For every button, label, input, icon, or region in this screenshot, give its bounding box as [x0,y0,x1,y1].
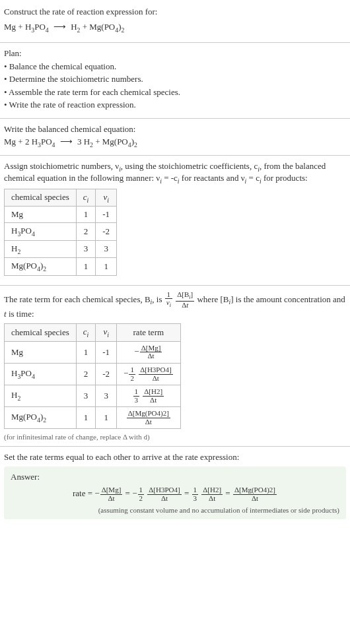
txt: 3 H [77,137,90,146]
stoich-section: Assign stoichiometric numbers, νi, using… [0,156,350,286]
cell: −12 Δ[H3PO4]Δt [117,363,181,385]
cell: -2 [96,223,117,241]
cell: Mg(PO4)2 [5,258,77,276]
plan-title: Plan: [4,48,346,59]
den: Δt [100,495,123,503]
rateterms-table: chemical species ci νi rate term Mg 1 -1… [4,323,181,429]
table-row: Mg(PO4)2 1 1 [5,258,117,276]
txt: Mg + 2 H [4,137,38,146]
cell: 3 [96,240,117,258]
table-row: H2 3 3 13 Δ[H2]Δt [5,385,181,407]
num: Δ[Mg] [100,486,123,495]
num: 1 [138,486,145,495]
col-rate: rate term [117,324,181,342]
sub: 2 [121,26,124,33]
col-ci: ci [76,189,96,207]
txt: PO [41,137,52,146]
sub: 2 [134,141,137,148]
cell: 1 [76,258,96,276]
cell: 1 [76,341,96,363]
num: Δ[H3PO4] [147,486,181,495]
cell: 1 [96,407,117,429]
cell: 2 [76,363,96,385]
cell: H3PO4 [5,223,77,241]
prompt-section: Construct the rate of reaction expressio… [0,0,350,43]
txt: for products: [262,173,308,183]
table-row: H3PO4 2 -2 [5,223,117,241]
cell: H2 [5,385,77,407]
txt: rate = [73,488,94,498]
sub: 4 [52,141,55,148]
arrow-icon: ⟶ [60,137,73,147]
fraction: Δ[H2]Δt [201,486,223,502]
den: 2 [138,495,145,503]
arrow-icon: ⟶ [53,20,66,34]
answer-box: Answer: rate = −Δ[Mg]Δt = −12 Δ[H3PO4]Δt… [4,467,346,519]
col-vi: νi [96,189,117,207]
num: 1 [192,486,199,495]
balanced-section: Write the balanced chemical equation: Mg… [0,119,350,156]
equals: = [225,488,232,498]
cell: 2 [76,223,96,241]
plan-item: Balance the chemical equation. [4,60,346,73]
balanced-title: Write the balanced chemical equation: [4,124,346,135]
txt: , using the stoichiometric coefficients,… [121,161,258,171]
cell: Mg(PO4)2 [5,407,77,429]
txt: where [B [197,294,228,304]
col-species: chemical species [5,324,77,342]
txt: , is [152,294,164,304]
cell: H3PO4 [5,363,77,385]
txt: H [71,22,77,32]
col-species: chemical species [5,189,77,207]
fraction: 12 [138,486,145,502]
cell: 3 [76,385,96,407]
txt: ] is the amount concentration and [230,294,345,304]
txt: PO [34,22,46,32]
equals: = [184,488,192,498]
txt: for reactants and ν [180,173,245,183]
den: Δt [233,495,277,503]
den: Δt [176,302,194,309]
fraction: Δ[H3PO4]Δt [147,486,181,502]
plan-item: Determine the stoichiometric numbers. [4,73,346,86]
num: Δ[H2] [201,486,223,495]
fraction: Δ[Bi]Δt [176,291,194,309]
balanced-equation: Mg + 2 H3PO4 ⟶ 3 H2 + Mg(PO4)2 [4,137,346,148]
cell: 13 Δ[H2]Δt [117,385,181,407]
plan-section: Plan: Balance the chemical equation. Det… [0,43,350,119]
fraction: 1νi [165,291,172,309]
minus-sign: − [94,488,99,498]
den: Δt [147,495,181,503]
txt: + Mg(PO [93,137,128,146]
cell: Mg [5,341,77,363]
fraction: Δ[Mg]Δt [100,486,123,502]
txt: = c [246,173,260,183]
answer-label: Answer: [11,472,339,482]
den: νi [165,299,172,309]
txt: Mg + H [4,22,31,32]
txt: = -c [162,173,178,183]
minus-sign: − [132,488,137,498]
rateterms-caption: (for infinitesimal rate of change, repla… [4,433,346,441]
final-section: Set the rate terms equal to each other t… [0,447,350,525]
table-header-row: chemical species ci νi rate term [5,324,181,342]
stoich-table: chemical species ci νi Mg 1 -1 H3PO4 2 -… [4,189,117,276]
txt: is time: [7,309,34,319]
cell: 1 [76,207,96,223]
answer-note: (assuming constant volume and no accumul… [11,506,339,514]
plan-item: Write the rate of reaction expression. [4,98,346,112]
txt: The rate term for each chemical species,… [4,294,151,304]
cell: 1 [96,258,117,276]
rateterms-section: The rate term for each chemical species,… [0,286,350,447]
final-title: Set the rate terms equal to each other t… [4,452,346,463]
prompt-title: Construct the rate of reaction expressio… [4,5,346,18]
cell: 1 [76,407,96,429]
col-vi: νi [96,324,117,342]
fraction: 13 [192,486,199,502]
stoich-intro: Assign stoichiometric numbers, νi, using… [4,161,346,184]
cell: Mg [5,207,77,223]
txt: + Mg(PO [80,22,115,32]
cell: H2 [5,240,77,258]
col-ci: ci [76,324,96,342]
num: Δ[Mg(PO4)2] [233,486,277,495]
